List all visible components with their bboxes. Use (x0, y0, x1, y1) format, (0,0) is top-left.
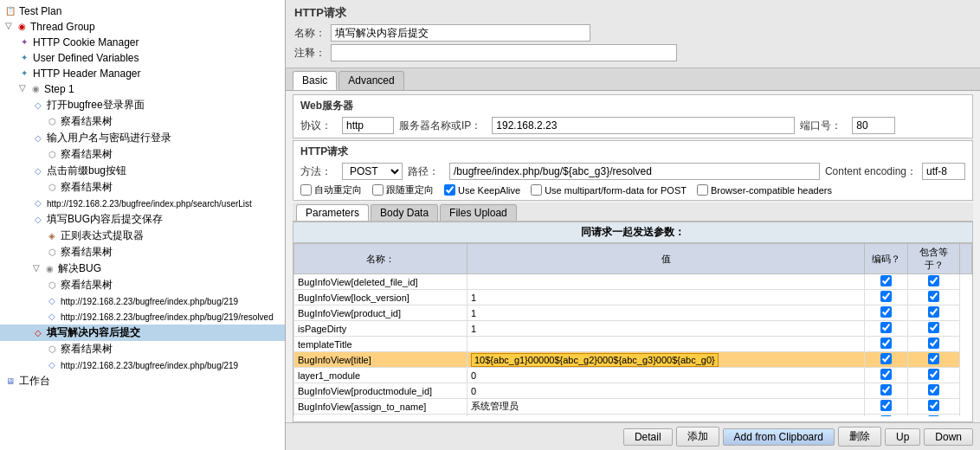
table-row: isPageDirty1 (294, 321, 972, 337)
table-row: BugInfoView[title]10${abc_g1}00000${abc_… (294, 352, 972, 368)
comment-input[interactable] (331, 44, 677, 61)
add-clipboard-button[interactable]: Add from Clipboard (723, 428, 835, 446)
keepalive-checkbox[interactable]: Use KeepAlive (444, 184, 520, 196)
variables-icon: ✦ (17, 51, 31, 65)
table-row: BugInfoView[lock_version]1 (294, 290, 972, 305)
sampler-icon: ◇ (31, 164, 45, 178)
browser-compat-checkbox[interactable]: Browser-compatible headers (697, 184, 832, 196)
tab-advanced[interactable]: Advanced (338, 71, 403, 90)
col-encode-header: 编码？ (865, 244, 908, 274)
tab-body-data[interactable]: Body Data (371, 204, 438, 221)
detail-button[interactable]: Detail (623, 428, 673, 446)
tree-label: http://192.168.2.23/bugfree/index.php/bu… (61, 297, 238, 306)
method-select[interactable]: POST GET PUT DELETE (342, 163, 403, 180)
tree-label: 填写解决内容后提交 (47, 325, 140, 340)
right-content: Web服务器 协议： 服务器名称或IP： 端口号： HTTP请求 方法： POS… (286, 91, 980, 450)
params-table-scroll[interactable]: 名称： 值 编码？ 包含等于？ BugInfoView[deleted_file… (293, 243, 972, 416)
tree-item-step1[interactable]: ▽ ◉ Step 1 (0, 81, 285, 97)
path-input[interactable] (449, 163, 820, 180)
regex-icon: ◈ (45, 229, 59, 243)
sampler-icon: ◇ (31, 99, 45, 112)
tree-item-testplan[interactable]: 📋 Test Plan (0, 3, 285, 19)
tree-item-cookie[interactable]: ✦ HTTP Cookie Manager (0, 35, 285, 50)
tree-item-result2[interactable]: ⬡ 察看结果树 (0, 146, 285, 163)
tree-item-headerMgr[interactable]: ✦ HTTP Header Manager (0, 66, 285, 81)
cookie-icon: ✦ (17, 35, 31, 49)
table-row: BugInfoView[productmodule_id]0 (294, 383, 972, 399)
tree-panel: 📋 Test Plan ▽ ◉ Thread Group ✦ HTTP Cook… (0, 0, 286, 450)
tree-label: 察看结果树 (61, 114, 113, 129)
tree-item-url2[interactable]: ◇ http://192.168.2.23/bugfree/index.php/… (0, 293, 285, 309)
tree-label: 填写BUG内容后提交保存 (47, 212, 163, 227)
col-include-header: 包含等于？ (908, 244, 960, 274)
bottom-toolbar: Detail 添加 Add from Clipboard 删除 Up Down (286, 422, 980, 450)
tree-item-url3[interactable]: ◇ http://192.168.2.23/bugfree/index.php/… (0, 309, 285, 325)
tree-label: 正则表达式提取器 (61, 228, 144, 243)
encoding-label: Content encoding： (825, 164, 917, 179)
params-header-text: 同请求一起发送参数： (581, 225, 685, 240)
tree-item-input-user[interactable]: ◇ 输入用户名与密码进行登录 (0, 130, 285, 146)
tree-item-threadgroup[interactable]: ▽ ◉ Thread Group (0, 19, 285, 35)
result-icon: ⬡ (45, 181, 59, 195)
server-label: 服务器名称或IP： (399, 119, 481, 133)
tree-item-result6[interactable]: ⬡ 察看结果树 (0, 341, 285, 357)
webserver-title: Web服务器 (300, 99, 965, 113)
port-input[interactable] (852, 117, 895, 134)
name-input[interactable] (331, 24, 590, 42)
tree-item-fill-resolve[interactable]: ◇ 填写解决内容后提交 (0, 325, 285, 341)
workbench-icon: 🖥 (3, 375, 17, 389)
follow-redirect-checkbox[interactable]: 跟随重定向 (372, 183, 434, 196)
tree-item-url4[interactable]: ◇ http://192.168.2.23/bugfree/index.php/… (0, 357, 285, 373)
tree-label: 察看结果树 (61, 147, 113, 162)
tree-label: http://192.168.2.23/bugfree/index.php/bu… (61, 361, 238, 370)
tree-item-result4[interactable]: ⬡ 察看结果树 (0, 244, 285, 260)
checkbox-row: 自动重定向 跟随重定向 Use KeepAlive Use multipart/… (300, 183, 965, 196)
tab-files-upload[interactable]: Files Upload (440, 204, 517, 221)
tab-parameters[interactable]: Parameters (296, 204, 369, 221)
table-row: BugInfoView[assign_to_name]系统管理员 (294, 399, 972, 415)
sampler-icon: ◇ (31, 196, 45, 210)
main-tab-bar: Basic Advanced (286, 68, 980, 91)
sampler-icon: ◇ (45, 294, 59, 308)
server-row: 协议： 服务器名称或IP： 端口号： (300, 117, 965, 134)
tree-item-click-bug[interactable]: ◇ 点击前缀bug按钮 (0, 163, 285, 179)
tree-item-regex[interactable]: ◈ 正则表达式提取器 (0, 228, 285, 244)
sampler-icon: ◇ (31, 132, 45, 145)
tree-item-url1[interactable]: ◇ http://192.168.2.23/bugfree/index.php/… (0, 196, 285, 211)
delete-button[interactable]: 删除 (838, 427, 881, 447)
server-input[interactable] (492, 117, 795, 134)
protocol-input[interactable] (342, 117, 394, 134)
tree-item-resolve-bug[interactable]: ▽ ◉ 解决BUG (0, 260, 285, 277)
http-request-header: HTTP请求 名称： 注释： (286, 0, 980, 68)
table-row: templateTitle (294, 337, 972, 352)
http-method-row: 方法： POST GET PUT DELETE 路径： Content enco… (300, 163, 965, 180)
table-row: layer1_module0 (294, 368, 972, 383)
tree-item-variables[interactable]: ✦ User Defined Variables (0, 50, 285, 66)
sampler-icon: ◇ (45, 358, 59, 372)
encoding-input[interactable] (922, 163, 965, 180)
down-button[interactable]: Down (924, 428, 973, 446)
tree-item-open-bugfree[interactable]: ◇ 打开bugfree登录界面 (0, 97, 285, 113)
expand-icon[interactable]: ▽ (31, 264, 42, 274)
path-field-wrapper (449, 163, 820, 180)
col-value-header: 值 (467, 244, 865, 274)
tree-item-workbench[interactable]: 🖥 工作台 (0, 373, 285, 389)
tree-item-result3[interactable]: ⬡ 察看结果树 (0, 179, 285, 196)
multipart-checkbox[interactable]: Use multipart/form-data for POST (531, 184, 687, 196)
webserver-section: Web服务器 协议： 服务器名称或IP： 端口号： (293, 94, 973, 138)
method-label: 方法： (300, 164, 332, 179)
tree-item-result1[interactable]: ⬡ 察看结果树 (0, 113, 285, 130)
tree-item-result5[interactable]: ⬡ 察看结果树 (0, 277, 285, 293)
col-name-header: 名称： (294, 244, 467, 274)
add-button[interactable]: 添加 (676, 427, 719, 447)
auto-redirect-checkbox[interactable]: 自动重定向 (300, 183, 362, 196)
tree-label: 察看结果树 (61, 278, 113, 292)
tab-basic[interactable]: Basic (293, 71, 337, 90)
up-button[interactable]: Up (885, 428, 920, 446)
result-icon: ⬡ (45, 343, 59, 357)
params-table: 名称： 值 编码？ 包含等于？ BugInfoView[deleted_file… (293, 243, 972, 416)
tree-label: HTTP Header Manager (33, 68, 141, 80)
expand-icon[interactable]: ▽ (17, 84, 28, 94)
tree-item-fill-bug[interactable]: ◇ 填写BUG内容后提交保存 (0, 211, 285, 228)
expand-icon[interactable]: ▽ (3, 22, 14, 32)
